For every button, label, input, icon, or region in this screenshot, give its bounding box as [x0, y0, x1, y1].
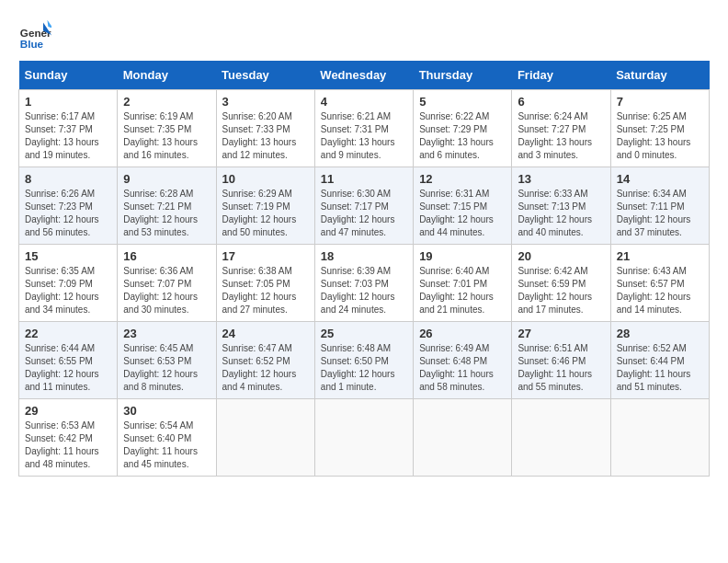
calendar-cell: 10Sunrise: 6:29 AM Sunset: 7:19 PM Dayli…	[216, 167, 314, 245]
day-info: Sunrise: 6:25 AM Sunset: 7:25 PM Dayligh…	[617, 110, 703, 162]
calendar-week-2: 8Sunrise: 6:26 AM Sunset: 7:23 PM Daylig…	[19, 167, 710, 245]
calendar-cell	[216, 399, 314, 477]
calendar-cell	[512, 399, 610, 477]
day-number: 7	[617, 95, 703, 109]
day-number: 13	[518, 172, 604, 186]
day-number: 8	[25, 172, 111, 186]
header-wednesday: Wednesday	[314, 61, 413, 90]
day-info: Sunrise: 6:20 AM Sunset: 7:33 PM Dayligh…	[222, 110, 309, 162]
day-number: 5	[419, 95, 506, 109]
day-info: Sunrise: 6:24 AM Sunset: 7:27 PM Dayligh…	[518, 110, 604, 162]
calendar-cell: 8Sunrise: 6:26 AM Sunset: 7:23 PM Daylig…	[19, 167, 118, 245]
calendar-week-3: 15Sunrise: 6:35 AM Sunset: 7:09 PM Dayli…	[19, 245, 710, 322]
calendar-cell: 6Sunrise: 6:24 AM Sunset: 7:27 PM Daylig…	[512, 90, 610, 167]
day-info: Sunrise: 6:36 AM Sunset: 7:07 PM Dayligh…	[123, 265, 210, 316]
day-number: 29	[25, 404, 111, 418]
day-info: Sunrise: 6:39 AM Sunset: 7:03 PM Dayligh…	[321, 265, 407, 316]
day-info: Sunrise: 6:29 AM Sunset: 7:19 PM Dayligh…	[222, 188, 309, 239]
calendar-cell: 11Sunrise: 6:30 AM Sunset: 7:17 PM Dayli…	[314, 167, 413, 245]
day-info: Sunrise: 6:19 AM Sunset: 7:35 PM Dayligh…	[123, 110, 210, 162]
day-info: Sunrise: 6:22 AM Sunset: 7:29 PM Dayligh…	[419, 110, 506, 162]
calendar-header-row: SundayMondayTuesdayWednesdayThursdayFrid…	[19, 61, 710, 90]
calendar-cell: 16Sunrise: 6:36 AM Sunset: 7:07 PM Dayli…	[118, 245, 216, 322]
header-thursday: Thursday	[414, 61, 512, 90]
day-number: 10	[222, 172, 309, 186]
calendar-cell: 12Sunrise: 6:31 AM Sunset: 7:15 PM Dayli…	[414, 167, 512, 245]
day-info: Sunrise: 6:51 AM Sunset: 6:46 PM Dayligh…	[518, 342, 604, 394]
calendar-cell: 30Sunrise: 6:54 AM Sunset: 6:40 PM Dayli…	[118, 399, 216, 477]
calendar-cell: 27Sunrise: 6:51 AM Sunset: 6:46 PM Dayli…	[512, 322, 610, 399]
day-info: Sunrise: 6:17 AM Sunset: 7:37 PM Dayligh…	[25, 110, 111, 162]
day-number: 3	[222, 95, 309, 109]
day-info: Sunrise: 6:38 AM Sunset: 7:05 PM Dayligh…	[222, 265, 309, 316]
header-friday: Friday	[512, 61, 610, 90]
day-number: 14	[617, 172, 703, 186]
calendar-cell: 15Sunrise: 6:35 AM Sunset: 7:09 PM Dayli…	[19, 245, 118, 322]
day-info: Sunrise: 6:47 AM Sunset: 6:52 PM Dayligh…	[222, 342, 309, 394]
logo-icon: General Blue	[18, 18, 51, 52]
day-info: Sunrise: 6:44 AM Sunset: 6:55 PM Dayligh…	[25, 342, 111, 394]
day-info: Sunrise: 6:43 AM Sunset: 6:57 PM Dayligh…	[617, 265, 703, 316]
header-tuesday: Tuesday	[216, 61, 314, 90]
day-info: Sunrise: 6:52 AM Sunset: 6:44 PM Dayligh…	[617, 342, 703, 394]
day-info: Sunrise: 6:45 AM Sunset: 6:53 PM Dayligh…	[123, 342, 210, 394]
calendar-week-1: 1Sunrise: 6:17 AM Sunset: 7:37 PM Daylig…	[19, 90, 710, 167]
day-number: 27	[518, 327, 604, 340]
calendar-week-5: 29Sunrise: 6:53 AM Sunset: 6:42 PM Dayli…	[19, 399, 710, 477]
day-number: 6	[518, 95, 604, 109]
day-number: 4	[321, 95, 407, 109]
calendar-cell: 26Sunrise: 6:49 AM Sunset: 6:48 PM Dayli…	[414, 322, 512, 399]
day-number: 22	[25, 327, 111, 340]
day-number: 19	[419, 249, 506, 263]
day-number: 12	[419, 172, 506, 186]
calendar-cell: 7Sunrise: 6:25 AM Sunset: 7:25 PM Daylig…	[610, 90, 709, 167]
header-saturday: Saturday	[610, 61, 709, 90]
day-info: Sunrise: 6:33 AM Sunset: 7:13 PM Dayligh…	[518, 188, 604, 239]
day-info: Sunrise: 6:42 AM Sunset: 6:59 PM Dayligh…	[518, 265, 604, 316]
calendar-cell: 4Sunrise: 6:21 AM Sunset: 7:31 PM Daylig…	[314, 90, 413, 167]
calendar-cell	[314, 399, 413, 477]
calendar-cell: 5Sunrise: 6:22 AM Sunset: 7:29 PM Daylig…	[414, 90, 512, 167]
calendar-cell: 3Sunrise: 6:20 AM Sunset: 7:33 PM Daylig…	[216, 90, 314, 167]
calendar-cell: 20Sunrise: 6:42 AM Sunset: 6:59 PM Dayli…	[512, 245, 610, 322]
calendar-cell	[610, 399, 709, 477]
header-monday: Monday	[118, 61, 216, 90]
calendar-cell: 2Sunrise: 6:19 AM Sunset: 7:35 PM Daylig…	[118, 90, 216, 167]
day-number: 1	[25, 95, 111, 109]
day-number: 26	[419, 327, 506, 340]
day-info: Sunrise: 6:28 AM Sunset: 7:21 PM Dayligh…	[123, 188, 210, 239]
calendar-cell: 25Sunrise: 6:48 AM Sunset: 6:50 PM Dayli…	[314, 322, 413, 399]
calendar-cell: 22Sunrise: 6:44 AM Sunset: 6:55 PM Dayli…	[19, 322, 118, 399]
day-number: 30	[123, 404, 210, 418]
day-number: 23	[123, 327, 210, 340]
day-number: 16	[123, 249, 210, 263]
day-info: Sunrise: 6:34 AM Sunset: 7:11 PM Dayligh…	[617, 188, 703, 239]
day-info: Sunrise: 6:53 AM Sunset: 6:42 PM Dayligh…	[25, 419, 111, 471]
header-sunday: Sunday	[19, 61, 118, 90]
calendar-table: SundayMondayTuesdayWednesdayThursdayFrid…	[18, 61, 710, 477]
day-number: 28	[617, 327, 703, 340]
calendar-cell: 29Sunrise: 6:53 AM Sunset: 6:42 PM Dayli…	[19, 399, 118, 477]
day-info: Sunrise: 6:49 AM Sunset: 6:48 PM Dayligh…	[419, 342, 506, 394]
day-number: 20	[518, 249, 604, 263]
day-number: 18	[321, 249, 407, 263]
day-number: 25	[321, 327, 407, 340]
day-number: 11	[321, 172, 407, 186]
day-info: Sunrise: 6:40 AM Sunset: 7:01 PM Dayligh…	[419, 265, 506, 316]
calendar-cell: 19Sunrise: 6:40 AM Sunset: 7:01 PM Dayli…	[414, 245, 512, 322]
day-info: Sunrise: 6:48 AM Sunset: 6:50 PM Dayligh…	[321, 342, 407, 394]
day-number: 2	[123, 95, 210, 109]
logo: General Blue	[18, 18, 51, 52]
calendar-cell: 9Sunrise: 6:28 AM Sunset: 7:21 PM Daylig…	[118, 167, 216, 245]
day-info: Sunrise: 6:35 AM Sunset: 7:09 PM Dayligh…	[25, 265, 111, 316]
day-number: 24	[222, 327, 309, 340]
svg-text:Blue: Blue	[20, 38, 44, 50]
day-number: 15	[25, 249, 111, 263]
day-info: Sunrise: 6:54 AM Sunset: 6:40 PM Dayligh…	[123, 419, 210, 471]
calendar-cell: 14Sunrise: 6:34 AM Sunset: 7:11 PM Dayli…	[610, 167, 709, 245]
calendar-cell: 18Sunrise: 6:39 AM Sunset: 7:03 PM Dayli…	[314, 245, 413, 322]
day-info: Sunrise: 6:31 AM Sunset: 7:15 PM Dayligh…	[419, 188, 506, 239]
day-info: Sunrise: 6:26 AM Sunset: 7:23 PM Dayligh…	[25, 188, 111, 239]
day-number: 9	[123, 172, 210, 186]
calendar-cell: 21Sunrise: 6:43 AM Sunset: 6:57 PM Dayli…	[610, 245, 709, 322]
